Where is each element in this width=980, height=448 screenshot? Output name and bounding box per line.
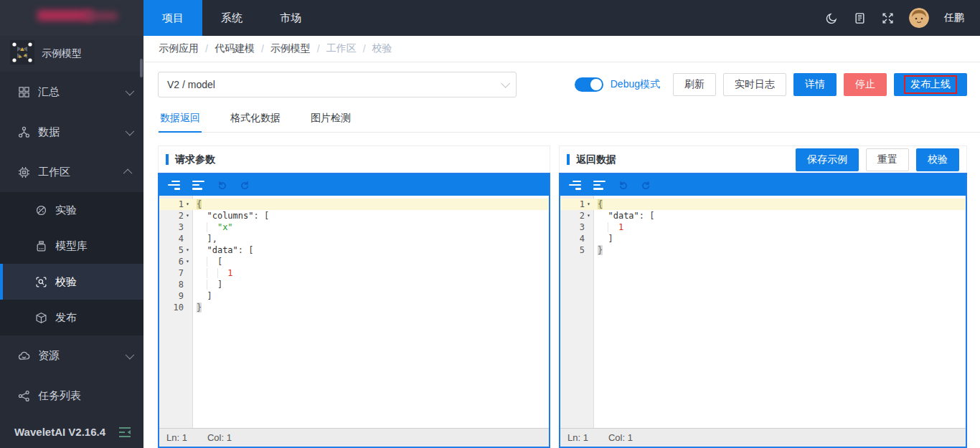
refresh-button[interactable]: 刷新 [673, 73, 716, 96]
sidebar-item-7[interactable]: 发布 [0, 300, 143, 335]
toggle-knob [590, 79, 602, 90]
sidebar-item-label: 汇总 [38, 85, 118, 99]
reset-button[interactable]: 重置 [866, 148, 909, 171]
top-nav-right: 任鹏 [825, 0, 980, 36]
publish-button[interactable]: 发布上线 [894, 73, 967, 96]
sidebar-item-2[interactable]: 数据 [0, 112, 143, 152]
tab-1[interactable]: 数据返回 [159, 108, 202, 133]
align-lines-icon[interactable] [593, 181, 606, 190]
breadcrumb-item-2[interactable]: 代码建模 [215, 42, 255, 55]
align-lines-icon[interactable] [192, 181, 205, 190]
code-text: { [594, 199, 603, 210]
grid-icon [17, 85, 30, 98]
top-nav-tab-2[interactable]: 系统 [202, 0, 261, 36]
sidebar-item-1[interactable]: 汇总 [0, 72, 143, 112]
request-code-area[interactable]: 1▾{2▾ "columns": [3 "x"4 ],5▾ "data": [6… [159, 196, 549, 428]
breadcrumb-item-3[interactable]: 示例模型 [270, 42, 311, 55]
model-version-select[interactable]: V2 / model [158, 72, 517, 97]
undo-icon[interactable] [618, 179, 629, 191]
breadcrumb-separator: / [317, 43, 320, 54]
gutter-cell: 1▾ [159, 199, 193, 210]
gutter-cell: 5 [560, 244, 594, 256]
top-nav-tab-3[interactable]: 市场 [261, 0, 320, 36]
code-text: ], [193, 233, 217, 244]
detail-button[interactable]: 详情 [793, 73, 837, 96]
sidebar-item-4[interactable]: 实验 [0, 192, 143, 228]
redo-icon[interactable] [240, 179, 251, 191]
sidebar-item-8[interactable]: 资源 [0, 335, 143, 376]
redo-icon[interactable] [641, 179, 652, 191]
sidebar-item-5[interactable]: 模型库 [0, 228, 143, 264]
gutter-cell: 8 [159, 279, 193, 290]
breadcrumb-item-1[interactable]: 示例应用 [159, 42, 199, 55]
sidebar-footer: WaveletAI V2.16.4 [0, 416, 143, 448]
validate-button[interactable]: 校验 [916, 148, 959, 171]
content: V2 / model Debug模式 刷新 实时日志 详情 停止 发布上线 数据… [143, 62, 980, 448]
title-accent-bar [166, 154, 169, 165]
code-line: 3 1 [560, 221, 966, 233]
top-nav-tab-1[interactable]: 项目 [143, 0, 202, 36]
top-nav-tabs: 项目系统市场 [143, 0, 320, 36]
menu-collapse-icon[interactable] [118, 426, 132, 439]
format-indent-icon[interactable] [168, 181, 181, 190]
save-example-button[interactable]: 保存示例 [796, 148, 859, 171]
gutter-cell: 1▾ [560, 199, 594, 210]
user-avatar[interactable] [909, 8, 929, 28]
fold-arrow-icon[interactable]: ▾ [184, 256, 192, 267]
brand-blur [85, 12, 118, 20]
sidebar-item-label: 工作区 [38, 166, 118, 179]
top-navbar: 项目系统市场 任鹏 [0, 0, 980, 36]
fold-arrow-icon[interactable]: ▾ [184, 210, 192, 221]
sidebar-item-9[interactable]: 任务列表 [0, 376, 143, 416]
breadcrumb: 示例应用/代码建模/示例模型/工作区/校验 [143, 36, 980, 62]
code-text: ] [193, 279, 222, 290]
chevron-down-icon [126, 126, 135, 135]
document-icon[interactable] [853, 11, 866, 24]
code-line: 4 ], [159, 233, 549, 244]
action-controls: Debug模式 刷新 实时日志 详情 停止 发布上线 [575, 73, 967, 96]
response-panel-title: 返回数据 [576, 153, 796, 166]
fullscreen-icon[interactable] [881, 11, 894, 24]
gutter-cell: 9 [159, 290, 193, 302]
fold-arrow-icon[interactable]: ▾ [585, 199, 593, 210]
user-name[interactable]: 任鹏 [944, 11, 964, 24]
brand-logo-redacted [0, 0, 143, 36]
code-line: 10} [159, 302, 549, 313]
request-status-bar: Ln: 1 Col: 1 [159, 428, 549, 447]
code-text: ] [193, 290, 212, 302]
code-line: 7 1 [159, 267, 549, 279]
breadcrumb-item-4[interactable]: 工作区 [326, 42, 357, 55]
line-number: 1 [179, 199, 184, 210]
sidebar-item-6[interactable]: 校验 [0, 264, 143, 300]
response-code-area[interactable]: 1▾{2▾ "data": [3 14 ]5} [560, 196, 966, 428]
debug-toggle[interactable] [575, 77, 603, 92]
fold-arrow-icon[interactable]: ▾ [585, 210, 593, 221]
code-text: "x" [193, 221, 233, 233]
request-panel-title: 请求参数 [175, 153, 542, 166]
stop-button[interactable]: 停止 [844, 73, 887, 96]
tab-3[interactable]: 图片检测 [309, 108, 352, 133]
line-number: 3 [179, 221, 184, 233]
response-status-bar: Ln: 1 Col: 1 [560, 428, 966, 447]
request-panel: 请求参数 1▾{2▾ "columns": [3 "x"4 ],5▾ "data… [158, 146, 550, 448]
fold-arrow-icon[interactable]: ▾ [184, 199, 192, 210]
dark-mode-moon-icon[interactable] [825, 11, 838, 24]
code-line: 8 ] [159, 279, 549, 290]
undo-icon[interactable] [217, 179, 228, 191]
line-number: 10 [174, 302, 184, 313]
app-title: 示例模型 [42, 47, 82, 60]
sidebar-item-3[interactable]: 工作区 [0, 152, 143, 192]
code-text: { [193, 199, 202, 210]
model-version-value: V2 / model [167, 79, 501, 90]
breadcrumb-item-5[interactable]: 校验 [372, 42, 392, 55]
sidebar-item-label: 资源 [38, 349, 118, 363]
fold-arrow-icon[interactable]: ▾ [184, 244, 192, 256]
live-log-button[interactable]: 实时日志 [723, 73, 786, 96]
line-number: 3 [580, 221, 585, 233]
format-indent-icon[interactable] [569, 181, 582, 190]
sidebar-item-label: 任务列表 [38, 389, 132, 403]
line-number: 4 [580, 233, 585, 244]
tab-2[interactable]: 格式化数据 [229, 108, 282, 133]
breadcrumb-separator: / [261, 43, 264, 54]
main-area: 示例应用/代码建模/示例模型/工作区/校验 V2 / model Debug模式… [143, 36, 980, 448]
